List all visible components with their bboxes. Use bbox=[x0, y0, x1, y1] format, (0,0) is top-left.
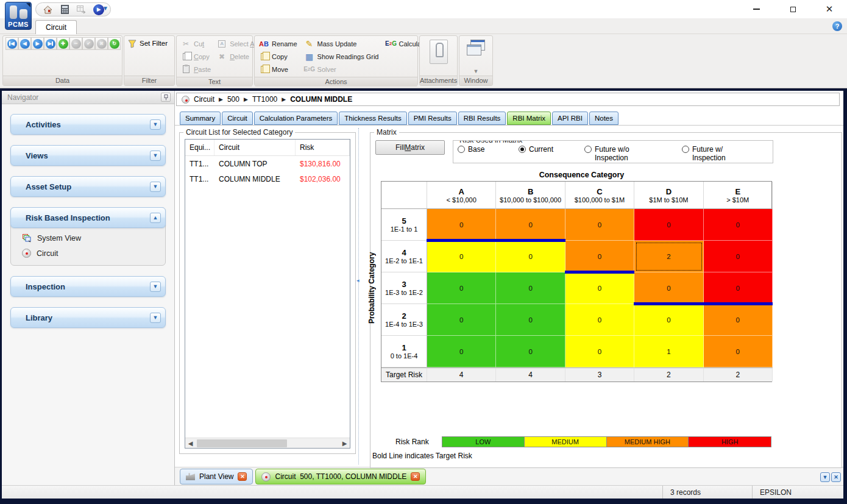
close-tab-icon[interactable]: ✕ bbox=[238, 472, 247, 481]
minimize-button[interactable] bbox=[750, 3, 763, 15]
matrix-cell-D2[interactable]: 0 bbox=[634, 304, 703, 336]
column-header-equi[interactable]: Equi... bbox=[185, 140, 214, 155]
text-item-paste[interactable]: Paste bbox=[179, 63, 213, 76]
export-grid-icon[interactable] bbox=[76, 4, 87, 15]
matrix-cell-C4[interactable]: 0 bbox=[565, 241, 634, 272]
chevron-up-icon[interactable]: ▲ bbox=[150, 213, 161, 223]
breadcrumb-segment[interactable]: COLUMN MIDDLE bbox=[290, 95, 352, 104]
matrix-cell-B4[interactable]: 0 bbox=[496, 241, 565, 272]
radio-future-w-o[interactable]: Future w/oInspection bbox=[584, 145, 682, 162]
scrollbar-thumb[interactable] bbox=[197, 439, 287, 447]
table-row[interactable]: TT1...COLUMN MIDDLE$102,036.00 bbox=[185, 171, 350, 186]
column-header-risk[interactable]: Risk bbox=[296, 140, 350, 155]
text-item-copy[interactable]: Copy bbox=[179, 50, 213, 63]
tab-thickness-results[interactable]: Thickness Results bbox=[339, 112, 406, 125]
tab-notes[interactable]: Notes bbox=[589, 112, 618, 125]
restore-button[interactable] bbox=[786, 3, 799, 15]
commit-record-button[interactable]: ✔ bbox=[82, 37, 95, 50]
move-first-button[interactable]: ◀ bbox=[5, 37, 18, 50]
matrix-cell-D1[interactable]: 1 bbox=[634, 336, 703, 367]
matrix-cell-A1[interactable]: 0 bbox=[427, 336, 496, 367]
window-dropdown-icon[interactable]: ▼ bbox=[473, 68, 479, 74]
tab-list-dropdown-icon[interactable]: ▼ bbox=[820, 472, 830, 482]
matrix-cell-E4[interactable]: 0 bbox=[704, 241, 773, 272]
chevron-down-icon[interactable]: ▼ bbox=[150, 151, 161, 161]
tab-rbi-matrix[interactable]: RBI Matrix bbox=[507, 112, 551, 125]
horizontal-scrollbar[interactable]: ◀ ▶ bbox=[185, 438, 350, 448]
matrix-cell-D4[interactable]: 2 bbox=[634, 241, 703, 272]
tab-api-rbi[interactable]: API RBI bbox=[552, 112, 588, 125]
close-button[interactable]: ✕ bbox=[823, 3, 836, 15]
home-icon[interactable] bbox=[42, 4, 53, 15]
fill-matrix-button[interactable]: Fill Matrix bbox=[375, 140, 445, 155]
matrix-cell-B2[interactable]: 0 bbox=[496, 304, 565, 336]
matrix-cell-B3[interactable]: 0 bbox=[496, 272, 565, 304]
radio-future-w-[interactable]: Future w/Inspection bbox=[682, 145, 767, 162]
chevron-down-icon[interactable]: ▼ bbox=[150, 282, 161, 292]
window-layout-icon[interactable] bbox=[467, 40, 485, 55]
close-document-icon[interactable]: ✕ bbox=[831, 472, 841, 482]
sidebar-section-views[interactable]: Views▼ bbox=[10, 145, 166, 166]
actions-item-solver[interactable]: E2GSolver bbox=[303, 63, 381, 76]
radio-current[interactable]: Current bbox=[519, 145, 584, 162]
vertical-splitter[interactable] bbox=[358, 128, 363, 464]
actions-item-show-readings-grid[interactable]: ▦Show Readings Grid bbox=[303, 50, 381, 63]
actions-item-copy[interactable]: Copy bbox=[257, 50, 299, 63]
chevron-down-icon[interactable]: ▼ bbox=[150, 119, 161, 130]
matrix-cell-C2[interactable]: 0 bbox=[565, 304, 634, 336]
chevron-down-icon[interactable]: ▼ bbox=[150, 313, 161, 323]
doc-tab-plant-view[interactable]: Plant View✕ bbox=[180, 469, 253, 484]
move-next-button[interactable]: ▶ bbox=[31, 37, 44, 50]
actions-item-move[interactable]: Move bbox=[257, 63, 299, 76]
add-record-button[interactable]: ✚ bbox=[57, 37, 69, 50]
matrix-cell-E5[interactable]: 0 bbox=[704, 209, 773, 241]
text-item-cut[interactable]: ✂Cut bbox=[179, 37, 213, 50]
radio-button-icon[interactable] bbox=[584, 146, 592, 153]
nav-item-system-view[interactable]: System View bbox=[22, 233, 165, 243]
text-item-delete[interactable]: ✖Delete bbox=[215, 50, 259, 63]
refresh-button[interactable]: ↻ bbox=[108, 37, 121, 50]
matrix-cell-C3[interactable]: 0 bbox=[565, 272, 634, 304]
sidebar-section-library[interactable]: Library▼ bbox=[10, 307, 166, 328]
matrix-cell-A4[interactable]: 0 bbox=[427, 241, 496, 272]
calculator-icon[interactable] bbox=[59, 4, 70, 15]
help-icon[interactable]: ? bbox=[832, 21, 842, 31]
radio-base[interactable]: Base bbox=[458, 145, 519, 162]
tab-rbi-results[interactable]: RBI Results bbox=[458, 112, 506, 125]
matrix-cell-C5[interactable]: 0 bbox=[565, 209, 634, 241]
actions-item-mass-update[interactable]: ✎Mass Update bbox=[303, 37, 381, 50]
nav-item-circuit[interactable]: Circuit bbox=[22, 249, 165, 258]
customize-qat-icon[interactable]: ▼ bbox=[102, 5, 108, 12]
matrix-cell-D5[interactable]: 0 bbox=[634, 209, 703, 241]
sidebar-section-activities[interactable]: Activities▼ bbox=[10, 114, 166, 135]
breadcrumb-segment[interactable]: Circuit bbox=[194, 95, 214, 104]
radio-button-icon[interactable] bbox=[458, 146, 465, 153]
matrix-cell-A2[interactable]: 0 bbox=[427, 304, 496, 336]
tab-pmi-results[interactable]: PMI Results bbox=[408, 112, 457, 125]
breadcrumb-segment[interactable]: TT1000 bbox=[252, 95, 277, 104]
scroll-right-icon[interactable]: ▶ bbox=[339, 440, 350, 447]
column-header-circuit[interactable]: Circuit bbox=[214, 140, 296, 155]
close-tab-icon[interactable]: ✕ bbox=[411, 472, 420, 481]
scroll-left-icon[interactable]: ◀ bbox=[185, 440, 196, 447]
matrix-cell-B5[interactable]: 0 bbox=[496, 209, 565, 241]
set-filter-button[interactable]: Set Filter bbox=[127, 37, 169, 74]
tab-circuit[interactable]: Circuit bbox=[222, 112, 253, 125]
matrix-cell-A5[interactable]: 0 bbox=[427, 209, 496, 241]
cancel-edit-button[interactable]: ✖ bbox=[95, 37, 108, 50]
actions-item-rename[interactable]: ABRename bbox=[257, 37, 299, 50]
tab-calculation-parameters[interactable]: Calculation Parameters bbox=[254, 112, 338, 125]
matrix-cell-C1[interactable]: 0 bbox=[565, 336, 634, 367]
table-row[interactable]: TT1...COLUMN TOP$130,816.00 bbox=[185, 156, 350, 171]
matrix-cell-B1[interactable]: 0 bbox=[496, 336, 565, 367]
delete-record-button[interactable]: ━ bbox=[69, 37, 82, 50]
matrix-cell-E3[interactable]: 0 bbox=[704, 272, 773, 304]
radio-button-icon[interactable] bbox=[519, 146, 526, 153]
app-menu-button[interactable]: PCMS bbox=[5, 2, 32, 30]
matrix-cell-A3[interactable]: 0 bbox=[427, 272, 496, 304]
move-last-button[interactable]: ▶ bbox=[44, 37, 57, 50]
text-item-select-all[interactable]: ASelect All bbox=[215, 37, 259, 50]
sidebar-section-inspection[interactable]: Inspection▼ bbox=[10, 276, 166, 297]
matrix-cell-E2[interactable]: 0 bbox=[704, 304, 773, 336]
sidebar-section-risk-based-inspection[interactable]: Risk Based Inspection▲ bbox=[10, 207, 166, 228]
